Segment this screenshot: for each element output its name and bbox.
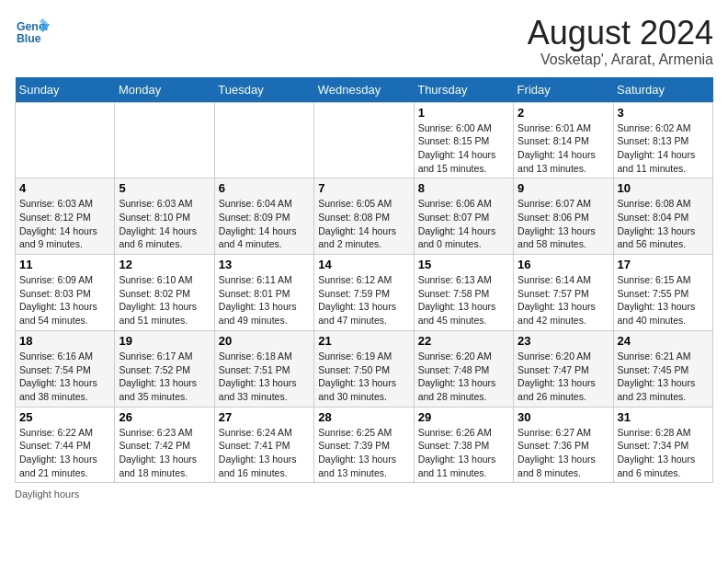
page-title: August 2024 — [528, 15, 713, 52]
calendar-cell: 28Sunrise: 6:25 AM Sunset: 7:39 PM Dayli… — [314, 407, 414, 483]
day-info: Sunrise: 6:10 AM Sunset: 8:02 PM Dayligh… — [119, 273, 210, 327]
day-info: Sunrise: 6:14 AM Sunset: 7:57 PM Dayligh… — [518, 273, 609, 327]
calendar-cell: 18Sunrise: 6:16 AM Sunset: 7:54 PM Dayli… — [16, 330, 115, 407]
calendar-cell: 7Sunrise: 6:05 AM Sunset: 8:08 PM Daylig… — [314, 178, 414, 255]
calendar-cell: 23Sunrise: 6:20 AM Sunset: 7:47 PM Dayli… — [514, 330, 613, 407]
day-number: 6 — [219, 181, 310, 195]
calendar-cell: 27Sunrise: 6:24 AM Sunset: 7:41 PM Dayli… — [214, 407, 313, 483]
calendar-week-row: 25Sunrise: 6:22 AM Sunset: 7:44 PM Dayli… — [16, 407, 713, 483]
weekday-header: Thursday — [414, 77, 513, 103]
day-info: Sunrise: 6:21 AM Sunset: 7:45 PM Dayligh… — [618, 350, 709, 404]
calendar-cell: 21Sunrise: 6:19 AM Sunset: 7:50 PM Dayli… — [314, 330, 414, 407]
day-number: 25 — [19, 410, 110, 424]
day-info: Sunrise: 6:20 AM Sunset: 7:47 PM Dayligh… — [518, 350, 609, 404]
day-number: 17 — [618, 258, 709, 271]
day-info: Sunrise: 6:02 AM Sunset: 8:13 PM Dayligh… — [618, 121, 709, 176]
day-info: Sunrise: 6:05 AM Sunset: 8:08 PM Dayligh… — [318, 197, 409, 251]
day-info: Sunrise: 6:03 AM Sunset: 8:10 PM Dayligh… — [119, 197, 210, 251]
calendar-cell: 24Sunrise: 6:21 AM Sunset: 7:45 PM Dayli… — [613, 330, 712, 407]
day-info: Sunrise: 6:01 AM Sunset: 8:14 PM Dayligh… — [518, 121, 609, 176]
weekday-header: Friday — [514, 77, 613, 103]
weekday-header: Wednesday — [314, 77, 414, 103]
calendar-cell: 6Sunrise: 6:04 AM Sunset: 8:09 PM Daylig… — [214, 178, 313, 255]
day-info: Sunrise: 6:04 AM Sunset: 8:09 PM Dayligh… — [219, 197, 310, 251]
calendar-cell — [115, 102, 214, 178]
day-number: 15 — [418, 258, 509, 271]
day-info: Sunrise: 6:07 AM Sunset: 8:06 PM Dayligh… — [518, 197, 609, 251]
calendar-cell — [214, 102, 313, 178]
day-number: 5 — [119, 181, 210, 195]
day-info: Sunrise: 6:13 AM Sunset: 7:58 PM Dayligh… — [418, 273, 509, 327]
day-info: Sunrise: 6:15 AM Sunset: 7:55 PM Dayligh… — [618, 273, 709, 327]
day-info: Sunrise: 6:19 AM Sunset: 7:50 PM Dayligh… — [318, 350, 409, 404]
weekday-header: Monday — [115, 77, 214, 103]
day-number: 20 — [219, 334, 310, 348]
calendar-cell: 8Sunrise: 6:06 AM Sunset: 8:07 PM Daylig… — [414, 178, 513, 255]
calendar-cell: 31Sunrise: 6:28 AM Sunset: 7:34 PM Dayli… — [613, 407, 712, 483]
day-number: 26 — [119, 410, 210, 424]
day-info: Sunrise: 6:28 AM Sunset: 7:34 PM Dayligh… — [618, 426, 709, 480]
day-number: 16 — [518, 258, 609, 271]
calendar-cell: 5Sunrise: 6:03 AM Sunset: 8:10 PM Daylig… — [115, 178, 214, 255]
daylight-label: Daylight hours — [15, 488, 79, 500]
day-number: 12 — [119, 258, 210, 271]
calendar-cell: 20Sunrise: 6:18 AM Sunset: 7:51 PM Dayli… — [214, 330, 313, 407]
day-info: Sunrise: 6:03 AM Sunset: 8:12 PM Dayligh… — [19, 197, 110, 251]
calendar-week-row: 1Sunrise: 6:00 AM Sunset: 8:15 PM Daylig… — [16, 102, 713, 178]
page-header: General Blue August 2024 Vosketap', Arar… — [15, 15, 713, 68]
calendar-cell: 10Sunrise: 6:08 AM Sunset: 8:04 PM Dayli… — [613, 178, 712, 255]
calendar-table: SundayMondayTuesdayWednesdayThursdayFrid… — [15, 77, 713, 484]
calendar-cell: 14Sunrise: 6:12 AM Sunset: 7:59 PM Dayli… — [314, 255, 414, 331]
footer: Daylight hours — [15, 488, 713, 500]
calendar-cell: 19Sunrise: 6:17 AM Sunset: 7:52 PM Dayli… — [115, 330, 214, 407]
day-info: Sunrise: 6:20 AM Sunset: 7:48 PM Dayligh… — [418, 350, 509, 404]
day-number: 27 — [219, 410, 310, 424]
day-number: 1 — [418, 106, 509, 120]
day-number: 4 — [19, 181, 110, 195]
calendar-cell: 9Sunrise: 6:07 AM Sunset: 8:06 PM Daylig… — [514, 178, 613, 255]
day-info: Sunrise: 6:27 AM Sunset: 7:36 PM Dayligh… — [518, 426, 609, 480]
calendar-week-row: 4Sunrise: 6:03 AM Sunset: 8:12 PM Daylig… — [16, 178, 713, 255]
day-number: 30 — [518, 410, 609, 424]
calendar-cell: 11Sunrise: 6:09 AM Sunset: 8:03 PM Dayli… — [16, 255, 115, 331]
day-info: Sunrise: 6:25 AM Sunset: 7:39 PM Dayligh… — [318, 426, 409, 480]
day-info: Sunrise: 6:16 AM Sunset: 7:54 PM Dayligh… — [19, 350, 110, 404]
day-number: 29 — [418, 410, 509, 424]
svg-text:Blue: Blue — [17, 32, 41, 45]
day-info: Sunrise: 6:18 AM Sunset: 7:51 PM Dayligh… — [219, 350, 310, 404]
day-info: Sunrise: 6:17 AM Sunset: 7:52 PM Dayligh… — [119, 350, 210, 404]
calendar-cell — [16, 102, 115, 178]
day-number: 28 — [318, 410, 409, 424]
calendar-cell: 26Sunrise: 6:23 AM Sunset: 7:42 PM Dayli… — [115, 407, 214, 483]
calendar-cell: 1Sunrise: 6:00 AM Sunset: 8:15 PM Daylig… — [414, 102, 513, 178]
title-section: August 2024 Vosketap', Ararat, Armenia — [528, 15, 713, 68]
calendar-cell: 30Sunrise: 6:27 AM Sunset: 7:36 PM Dayli… — [514, 407, 613, 483]
calendar-week-row: 11Sunrise: 6:09 AM Sunset: 8:03 PM Dayli… — [16, 255, 713, 331]
calendar-week-row: 18Sunrise: 6:16 AM Sunset: 7:54 PM Dayli… — [16, 330, 713, 407]
day-info: Sunrise: 6:11 AM Sunset: 8:01 PM Dayligh… — [219, 273, 310, 327]
day-number: 22 — [418, 334, 509, 348]
logo: General Blue — [15, 15, 50, 50]
calendar-cell: 12Sunrise: 6:10 AM Sunset: 8:02 PM Dayli… — [115, 255, 214, 331]
weekday-header: Tuesday — [214, 77, 313, 103]
page-subtitle: Vosketap', Ararat, Armenia — [528, 52, 713, 68]
day-number: 11 — [19, 258, 110, 271]
day-number: 8 — [418, 181, 509, 195]
day-number: 13 — [219, 258, 310, 271]
weekday-header: Sunday — [16, 77, 115, 103]
day-info: Sunrise: 6:26 AM Sunset: 7:38 PM Dayligh… — [418, 426, 509, 480]
day-number: 23 — [518, 334, 609, 348]
day-number: 24 — [618, 334, 709, 348]
day-info: Sunrise: 6:00 AM Sunset: 8:15 PM Dayligh… — [418, 121, 509, 176]
calendar-cell: 3Sunrise: 6:02 AM Sunset: 8:13 PM Daylig… — [613, 102, 712, 178]
day-info: Sunrise: 6:23 AM Sunset: 7:42 PM Dayligh… — [119, 426, 210, 480]
day-number: 10 — [618, 181, 709, 195]
weekday-header: Saturday — [613, 77, 712, 103]
day-info: Sunrise: 6:24 AM Sunset: 7:41 PM Dayligh… — [219, 426, 310, 480]
calendar-cell: 25Sunrise: 6:22 AM Sunset: 7:44 PM Dayli… — [16, 407, 115, 483]
day-number: 14 — [318, 258, 409, 271]
calendar-cell: 16Sunrise: 6:14 AM Sunset: 7:57 PM Dayli… — [514, 255, 613, 331]
day-number: 19 — [119, 334, 210, 348]
calendar-header-row: SundayMondayTuesdayWednesdayThursdayFrid… — [16, 77, 713, 103]
calendar-cell: 13Sunrise: 6:11 AM Sunset: 8:01 PM Dayli… — [214, 255, 313, 331]
